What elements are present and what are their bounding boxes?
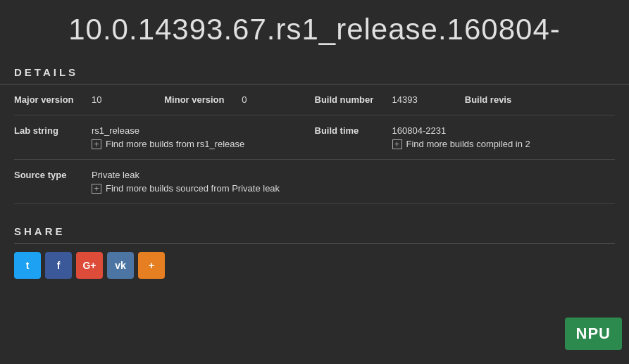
build-revision-label: Build revis bbox=[465, 94, 542, 105]
title-bar: 10.0.14393.67.rs1_release.160804- bbox=[0, 0, 629, 59]
details-row-lab: Lab string rs1_release Find more builds … bbox=[14, 115, 615, 160]
share-twitter-button[interactable]: t bbox=[14, 252, 41, 279]
npu-logo: NPU bbox=[565, 318, 622, 350]
link-plus-icon-2 bbox=[392, 139, 402, 149]
share-section: SHARE t f G+ vk + bbox=[0, 218, 629, 279]
details-header: DETAILS bbox=[0, 59, 629, 84]
source-type-value: Private leak bbox=[92, 170, 280, 180]
source-type-link[interactable]: Find more builds sourced from Private le… bbox=[92, 183, 280, 194]
details-section: Major version 10 Minor version 0 Build n… bbox=[0, 84, 629, 204]
minor-version-group: Minor version 0 bbox=[164, 94, 314, 105]
major-version-label: Major version bbox=[14, 94, 92, 105]
lab-string-group: Lab string rs1_release Find more builds … bbox=[14, 125, 315, 149]
lab-string-value: rs1_release bbox=[92, 125, 244, 136]
minor-version-value: 0 bbox=[242, 94, 247, 105]
share-gplus-button[interactable]: G+ bbox=[76, 252, 103, 279]
build-time-link[interactable]: Find more builds compiled in 2 bbox=[392, 139, 530, 149]
major-version-group: Major version 10 bbox=[14, 94, 164, 105]
link-plus-icon-3 bbox=[92, 184, 101, 194]
lab-string-link[interactable]: Find more builds from rs1_release bbox=[92, 139, 244, 149]
source-type-group: Source type Private leak Find more build… bbox=[14, 170, 615, 194]
build-time-label: Build time bbox=[315, 125, 392, 136]
build-number-value: 14393 bbox=[392, 94, 418, 105]
share-facebook-button[interactable]: f bbox=[45, 252, 72, 279]
share-header: SHARE bbox=[14, 218, 615, 244]
lab-string-content: rs1_release Find more builds from rs1_re… bbox=[92, 125, 244, 149]
page-title: 10.0.14393.67.rs1_release.160804- bbox=[14, 13, 615, 46]
details-label: DETAILS bbox=[14, 66, 78, 78]
share-vk-button[interactable]: vk bbox=[107, 252, 134, 279]
major-version-value: 10 bbox=[92, 94, 101, 105]
details-row-versions: Major version 10 Minor version 0 Build n… bbox=[14, 84, 615, 115]
link-plus-icon bbox=[92, 139, 101, 149]
build-time-value: 160804-2231 bbox=[392, 125, 530, 136]
build-number-label: Build number bbox=[315, 94, 392, 105]
source-type-label: Source type bbox=[14, 170, 92, 180]
build-revision-group: Build revis bbox=[465, 94, 615, 105]
lab-string-label: Lab string bbox=[14, 125, 92, 136]
share-more-button[interactable]: + bbox=[138, 252, 165, 279]
share-buttons: t f G+ vk + bbox=[14, 252, 615, 279]
build-time-content: 160804-2231 Find more builds compiled in… bbox=[392, 125, 530, 149]
build-number-group: Build number 14393 bbox=[315, 94, 465, 105]
minor-version-label: Minor version bbox=[164, 94, 242, 105]
share-label: SHARE bbox=[14, 225, 66, 237]
build-time-group: Build time 160804-2231 Find more builds … bbox=[315, 125, 616, 149]
source-type-content: Private leak Find more builds sourced fr… bbox=[92, 170, 280, 194]
details-row-source: Source type Private leak Find more build… bbox=[14, 160, 615, 204]
